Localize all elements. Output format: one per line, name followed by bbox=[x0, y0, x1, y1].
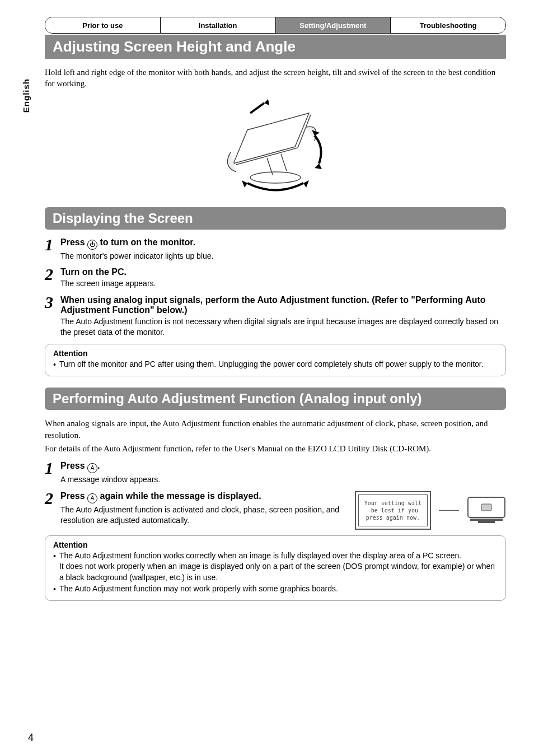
attention-title: Attention bbox=[53, 349, 498, 358]
attention-box-2: Attention • The Auto Adjustment function… bbox=[45, 535, 506, 601]
step-desc: The Auto Adjustment function is not nece… bbox=[60, 316, 506, 338]
tab-label: Installation bbox=[199, 21, 237, 30]
svg-marker-5 bbox=[303, 180, 309, 188]
step-desc: The monitor's power indicator lights up … bbox=[60, 251, 506, 262]
step-number: 1 bbox=[45, 236, 60, 253]
attention-text: Turn off the monitor and PC after using … bbox=[59, 359, 484, 370]
step-number: 2 bbox=[45, 490, 60, 507]
step-number: 1 bbox=[45, 460, 60, 477]
page-title: Adjusting Screen Height and Angle bbox=[45, 35, 506, 59]
step-desc: A message window appears. bbox=[60, 474, 506, 486]
svg-rect-7 bbox=[481, 504, 491, 511]
step-2b: 2 Press A again while the message is dis… bbox=[45, 491, 506, 530]
text: Press bbox=[60, 461, 87, 470]
step-title: Press ⏻ to turn on the monitor. bbox=[60, 237, 506, 250]
attention-title: Attention bbox=[53, 540, 498, 549]
intro-text: Hold left and right edge of the monitor … bbox=[45, 67, 506, 90]
step-title: When using analog input signals, perform… bbox=[60, 295, 506, 315]
section2-intro1: When analog signals are input, the Auto … bbox=[45, 418, 506, 441]
message-text: Your setting will be lost if you press a… bbox=[358, 494, 428, 526]
step-title: Press A. bbox=[60, 461, 506, 473]
step-3: 3 When using analog input signals, perfo… bbox=[45, 295, 506, 338]
svg-point-0 bbox=[250, 172, 301, 183]
step-desc: The screen image appears. bbox=[60, 278, 506, 290]
tab-label: Prior to use bbox=[82, 21, 123, 30]
tab-setting-adjustment: Setting/Adjustment bbox=[276, 17, 391, 33]
svg-marker-1 bbox=[264, 99, 269, 105]
monitor-adjust-illustration bbox=[45, 96, 506, 192]
a-button-icon: A bbox=[87, 463, 97, 473]
message-figure: Your setting will be lost if you press a… bbox=[355, 491, 506, 530]
page-number: 4 bbox=[28, 732, 34, 744]
svg-marker-3 bbox=[315, 164, 322, 169]
svg-rect-9 bbox=[478, 521, 495, 523]
tab-label: Setting/Adjustment bbox=[299, 21, 366, 30]
attention-text: The Auto Adjustment function works corre… bbox=[59, 550, 498, 562]
svg-rect-8 bbox=[470, 519, 503, 521]
section-displaying-screen: Displaying the Screen bbox=[45, 207, 506, 230]
step-desc: The Auto Adjustment function is activate… bbox=[60, 505, 346, 526]
attention-box: Attention • Turn off the monitor and PC … bbox=[45, 344, 506, 377]
text: Press bbox=[60, 491, 87, 501]
language-tab: English bbox=[21, 78, 31, 113]
tab-installation: Installation bbox=[161, 17, 276, 33]
tab-label: Troubleshooting bbox=[420, 21, 477, 30]
attention-text: The Auto Adjustment function may not wor… bbox=[59, 584, 338, 595]
step-title: Press A again while the message is displ… bbox=[60, 491, 346, 503]
tab-bar: Prior to use Installation Setting/Adjust… bbox=[45, 17, 506, 34]
a-button-icon: A bbox=[87, 493, 97, 503]
power-icon: ⏻ bbox=[87, 240, 97, 250]
attention-text: It does not work properly when an image … bbox=[59, 561, 498, 583]
text: . bbox=[97, 461, 100, 470]
svg-marker-4 bbox=[242, 180, 247, 188]
text: to turn on the monitor. bbox=[97, 237, 195, 247]
bullet-icon: • bbox=[53, 360, 56, 371]
step-number: 2 bbox=[45, 266, 60, 283]
step-1: 1 Press ⏻ to turn on the monitor. The mo… bbox=[45, 237, 506, 262]
bullet-icon: • bbox=[53, 584, 56, 595]
tab-prior-to-use: Prior to use bbox=[45, 17, 161, 33]
section-auto-adjustment: Performing Auto Adjustment Function (Ana… bbox=[45, 388, 506, 410]
step-title: Turn on the PC. bbox=[60, 267, 506, 277]
step-2: 2 Turn on the PC. The screen image appea… bbox=[45, 267, 506, 290]
connector-line bbox=[439, 510, 459, 511]
section2-intro2: For details of the Auto Adjustment funct… bbox=[45, 443, 506, 454]
text: Press bbox=[60, 237, 87, 247]
step-1b: 1 Press A. A message window appears. bbox=[45, 461, 506, 486]
step-number: 3 bbox=[45, 294, 60, 311]
message-window: Your setting will be lost if you press a… bbox=[355, 491, 431, 530]
tab-troubleshooting: Troubleshooting bbox=[391, 17, 505, 33]
text: again while the message is displayed. bbox=[97, 491, 261, 501]
bullet-icon: • bbox=[53, 551, 56, 562]
monitor-mini-icon bbox=[467, 496, 506, 524]
